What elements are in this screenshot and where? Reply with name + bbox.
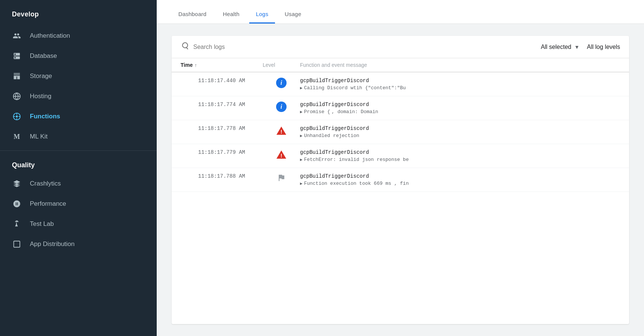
logs-table-header: Time ↑ Level Function and event message	[172, 58, 629, 72]
sidebar-item-performance-label: Performance	[30, 200, 66, 208]
crashlytics-icon	[12, 179, 22, 189]
log-time: 11:18:17.774 AM	[198, 102, 245, 108]
log-fn-cell: gcpBuildTriggerDiscord▶ FetchError: inva…	[300, 144, 620, 168]
log-message: ▶ FetchError: invalid json response be	[300, 157, 409, 162]
sidebar-item-testlab[interactable]: Test Lab	[0, 214, 157, 234]
search-input[interactable]	[193, 44, 533, 50]
log-level-label: All log levels	[587, 44, 620, 50]
develop-section-title: Develop	[0, 0, 157, 26]
log-level-cell: i	[263, 96, 300, 120]
log-time: 11:18:17.788 AM	[198, 173, 245, 179]
sidebar-item-functions[interactable]: Functions	[0, 106, 157, 127]
log-function-name: gcpBuildTriggerDiscord	[300, 173, 369, 179]
log-fn-cell: gcpBuildTriggerDiscord▶ Function executi…	[300, 168, 620, 192]
chevron-down-icon: ▼	[574, 44, 579, 50]
info-level-icon: i	[276, 78, 287, 88]
log-function-name: gcpBuildTriggerDiscord	[300, 102, 369, 108]
time-header[interactable]: Time ↑	[181, 62, 263, 68]
sidebar-item-mlkit-label: ML Kit	[30, 133, 48, 140]
log-time: 11:18:17.440 AM	[198, 78, 245, 84]
people-icon	[12, 31, 22, 41]
appdist-icon	[12, 239, 22, 249]
sidebar-item-database-label: Database	[30, 52, 57, 60]
sidebar-item-hosting[interactable]: Hosting	[0, 86, 157, 106]
log-level-filter[interactable]: All log levels	[587, 44, 620, 50]
warn-level-icon: !	[276, 125, 287, 137]
quality-section-title: Quality	[0, 155, 157, 174]
log-level-cell: i	[263, 72, 300, 96]
sidebar: Develop Authentication Database Storage …	[0, 0, 157, 336]
svg-text:!: !	[281, 129, 282, 135]
log-function-name: gcpBuildTriggerDiscord	[300, 78, 369, 84]
log-time-cell: 11:18:17.440 AM	[181, 72, 263, 96]
log-message: ▶ Promise { , domain: Domain	[300, 109, 378, 115]
log-time: 11:18:17.778 AM	[198, 125, 245, 131]
tab-bar: Dashboard Health Logs Usage	[157, 0, 644, 24]
sidebar-item-testlab-label: Test Lab	[30, 220, 54, 228]
log-level-cell: !	[263, 144, 300, 168]
log-time-cell: 11:18:17.774 AM	[181, 96, 263, 120]
log-level-cell	[263, 168, 300, 192]
expand-arrow: ▶	[300, 157, 303, 162]
content-area: All selected ▼ All log levels Time ↑ Lev…	[157, 24, 644, 336]
storage-icon	[12, 71, 22, 81]
log-message: ▶ Function execution took 669 ms , fin	[300, 181, 409, 186]
sidebar-item-functions-label: Functions	[30, 113, 60, 120]
hosting-icon	[12, 91, 22, 101]
log-row[interactable]: 11:18:17.778 AM!gcpBuildTriggerDiscord▶ …	[172, 120, 629, 144]
all-selected-label: All selected	[541, 44, 571, 50]
expand-arrow: ▶	[300, 133, 303, 138]
info-level-icon: i	[276, 102, 287, 112]
search-icon	[181, 42, 189, 52]
sidebar-item-storage-label: Storage	[30, 72, 52, 80]
log-time: 11:18:17.779 AM	[198, 149, 245, 155]
tab-logs[interactable]: Logs	[249, 11, 275, 24]
sidebar-item-performance[interactable]: Performance	[0, 194, 157, 214]
log-row[interactable]: 11:18:17.440 AMigcpBuildTriggerDiscord▶ …	[172, 72, 629, 96]
main-content: Dashboard Health Logs Usage All selected…	[157, 0, 644, 336]
sidebar-divider	[0, 150, 157, 151]
all-selected-dropdown[interactable]: All selected ▼	[541, 44, 579, 50]
search-wrapper	[181, 42, 533, 52]
log-row[interactable]: 11:18:17.774 AMigcpBuildTriggerDiscord▶ …	[172, 96, 629, 120]
logs-table-body: 11:18:17.440 AMigcpBuildTriggerDiscord▶ …	[172, 72, 629, 324]
warn-level-icon: !	[276, 149, 287, 161]
function-message-header: Function and event message	[300, 62, 620, 68]
log-fn-cell: gcpBuildTriggerDiscord▶ Calling Discord …	[300, 72, 620, 96]
flag-level-icon	[277, 173, 286, 184]
sidebar-item-appdistribution[interactable]: App Distribution	[0, 234, 157, 254]
expand-arrow: ▶	[300, 85, 303, 90]
database-icon	[12, 51, 22, 61]
log-fn-cell: gcpBuildTriggerDiscord▶ Promise { , doma…	[300, 96, 620, 120]
performance-icon	[12, 199, 22, 209]
svg-point-3	[16, 115, 18, 118]
testlab-icon	[12, 219, 22, 229]
tab-usage[interactable]: Usage	[278, 11, 308, 24]
log-fn-cell: gcpBuildTriggerDiscord▶ Unhandled reject…	[300, 120, 620, 144]
log-row[interactable]: 11:18:17.788 AMgcpBuildTriggerDiscord▶ F…	[172, 168, 629, 192]
tab-dashboard[interactable]: Dashboard	[172, 11, 213, 24]
log-time-cell: 11:18:17.788 AM	[181, 168, 263, 192]
log-time-cell: 11:18:17.779 AM	[181, 144, 263, 168]
expand-arrow: ▶	[300, 109, 303, 114]
sidebar-item-database[interactable]: Database	[0, 46, 157, 66]
log-row[interactable]: 11:18:17.779 AM!gcpBuildTriggerDiscord▶ …	[172, 144, 629, 168]
log-level-cell: !	[263, 120, 300, 144]
sidebar-item-authentication-label: Authentication	[30, 32, 70, 40]
sidebar-item-mlkit[interactable]: M ML Kit	[0, 127, 157, 147]
sidebar-item-hosting-label: Hosting	[30, 93, 51, 100]
log-message: ▶ Calling Discord wtih {"content":"Bu	[300, 85, 406, 91]
sidebar-item-crashlytics-label: Crashlytics	[30, 180, 61, 187]
svg-text:!: !	[281, 153, 282, 159]
sidebar-item-appdistribution-label: App Distribution	[30, 240, 75, 248]
sidebar-item-crashlytics[interactable]: Crashlytics	[0, 174, 157, 194]
sidebar-item-storage[interactable]: Storage	[0, 66, 157, 86]
log-function-name: gcpBuildTriggerDiscord	[300, 125, 369, 131]
mlkit-icon: M	[12, 132, 22, 141]
log-time-cell: 11:18:17.778 AM	[181, 120, 263, 144]
functions-icon	[12, 112, 22, 121]
logs-panel: All selected ▼ All log levels Time ↑ Lev…	[172, 36, 629, 324]
tab-health[interactable]: Health	[216, 11, 246, 24]
sidebar-item-authentication[interactable]: Authentication	[0, 26, 157, 46]
svg-rect-8	[14, 241, 20, 248]
